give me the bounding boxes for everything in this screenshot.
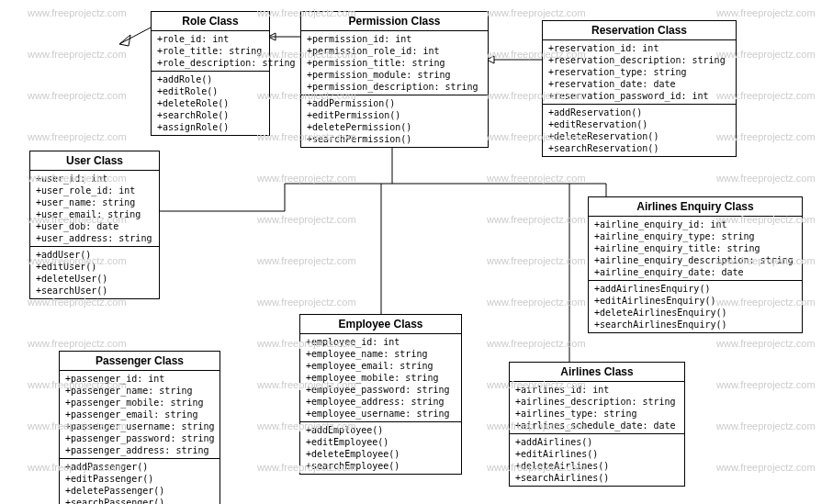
op-row: +deleteAirlinesEnquiry() bbox=[592, 307, 798, 319]
attr-row: +role_description: string bbox=[155, 57, 265, 69]
attr-row: +permission_module: string bbox=[305, 69, 484, 81]
attr-row: +airlines_type: string bbox=[513, 408, 681, 420]
op-row: +deletePermission() bbox=[305, 121, 484, 133]
op-row: +searchPermission() bbox=[305, 133, 484, 145]
attr-row: +airline_enquiry_title: string bbox=[592, 242, 798, 254]
op-row: +deletePassenger() bbox=[63, 485, 216, 497]
op-row: +searchUser() bbox=[34, 285, 155, 297]
ops-airlines: +addAirlines()+editAirlines()+deleteAirl… bbox=[510, 434, 684, 486]
op-row: +editPermission() bbox=[305, 109, 484, 121]
attr-row: +reservation_id: int bbox=[546, 42, 732, 54]
op-row: +editEmployee() bbox=[304, 436, 457, 448]
attr-row: +passenger_name: string bbox=[63, 385, 216, 397]
ops-user: +addUser()+editUser()+deleteUser()+searc… bbox=[30, 247, 159, 298]
watermark: www.freeprojectz.com bbox=[487, 297, 586, 308]
attr-row: +permission_title: string bbox=[305, 57, 484, 69]
ops-employee: +addEmployee()+editEmployee()+deleteEmpl… bbox=[300, 422, 461, 474]
class-employee: Employee Class +employee_id: int+employe… bbox=[299, 314, 462, 475]
attr-row: +airline_enquiry_type: string bbox=[592, 230, 798, 242]
attr-row: +reservation_password_id: int bbox=[546, 90, 732, 102]
op-row: +editUser() bbox=[34, 261, 155, 273]
attr-row: +employee_name: string bbox=[304, 348, 457, 360]
op-row: +searchAirlines() bbox=[513, 472, 681, 484]
watermark: www.freeprojectz.com bbox=[487, 173, 586, 184]
watermark: www.freeprojectz.com bbox=[487, 255, 586, 266]
attrs-enquiry: +airline_enquiry_id: int+airline_enquiry… bbox=[589, 217, 802, 281]
class-title: User Class bbox=[30, 151, 159, 171]
attr-row: +passenger_email: string bbox=[63, 409, 216, 420]
watermark: www.freeprojectz.com bbox=[257, 214, 356, 225]
attr-row: +role_id: int bbox=[155, 33, 265, 45]
op-row: +searchAirlinesEnquiry() bbox=[592, 319, 798, 330]
attr-row: +employee_mobile: string bbox=[304, 372, 457, 384]
op-row: +addEmployee() bbox=[304, 424, 457, 436]
watermark: www.freeprojectz.com bbox=[257, 297, 356, 308]
watermark: www.freeprojectz.com bbox=[257, 255, 356, 266]
attrs-passenger: +passenger_id: int+passenger_name: strin… bbox=[60, 371, 220, 459]
attr-row: +employee_address: string bbox=[304, 396, 457, 408]
watermark: www.freeprojectz.com bbox=[716, 338, 816, 349]
class-title: Passenger Class bbox=[60, 352, 220, 371]
attr-row: +employee_password: string bbox=[304, 384, 457, 396]
op-row: +addPermission() bbox=[305, 97, 484, 109]
watermark: www.freeprojectz.com bbox=[716, 462, 816, 473]
op-row: +addUser() bbox=[34, 249, 155, 261]
class-role: Role Class +role_id: int+role_title: str… bbox=[151, 11, 270, 136]
attr-row: +passenger_id: int bbox=[63, 373, 216, 385]
op-row: +deleteRole() bbox=[155, 97, 265, 109]
attr-row: +employee_email: string bbox=[304, 360, 457, 372]
attr-row: +user_id: int bbox=[34, 173, 155, 185]
ops-passenger: +addPassenger()+editPassenger()+deletePa… bbox=[60, 459, 220, 504]
class-title: Employee Class bbox=[300, 315, 461, 334]
op-row: +addAirlines() bbox=[513, 436, 681, 448]
op-row: +deleteReservation() bbox=[546, 130, 732, 142]
op-row: +deleteEmployee() bbox=[304, 448, 457, 460]
watermark: www.freeprojectz.com bbox=[28, 131, 127, 142]
class-passenger: Passenger Class +passenger_id: int+passe… bbox=[59, 351, 220, 504]
op-row: +deleteAirlines() bbox=[513, 460, 681, 472]
op-row: +addRole() bbox=[155, 73, 265, 85]
watermark: www.freeprojectz.com bbox=[28, 90, 127, 101]
watermark: www.freeprojectz.com bbox=[716, 173, 816, 184]
attr-row: +airlines_id: int bbox=[513, 384, 681, 396]
class-reservation: Reservation Class +reservation_id: int+r… bbox=[542, 20, 737, 157]
attr-row: +user_email: string bbox=[34, 208, 155, 220]
op-row: +editReservation() bbox=[546, 118, 732, 130]
attr-row: +airline_enquiry_date: date bbox=[592, 266, 798, 278]
watermark: www.freeprojectz.com bbox=[716, 379, 816, 390]
attr-row: +role_title: string bbox=[155, 45, 265, 57]
attrs-airlines: +airlines_id: int+airlines_description: … bbox=[510, 382, 684, 434]
class-user: User Class +user_id: int+user_role_id: i… bbox=[29, 151, 160, 299]
attr-row: +employee_id: int bbox=[304, 336, 457, 348]
class-airlines: Airlines Class +airlines_id: int+airline… bbox=[509, 362, 685, 487]
ops-role: +addRole()+editRole()+deleteRole()+searc… bbox=[152, 72, 269, 135]
op-row: +searchRole() bbox=[155, 109, 265, 121]
watermark: www.freeprojectz.com bbox=[716, 7, 816, 18]
class-title: Airlines Enquiry Class bbox=[589, 197, 802, 217]
class-title: Permission Class bbox=[301, 12, 488, 31]
op-row: +searchEmployee() bbox=[304, 460, 457, 472]
attrs-employee: +employee_id: int+employee_name: string+… bbox=[300, 334, 461, 422]
attr-row: +reservation_type: string bbox=[546, 66, 732, 78]
class-title: Role Class bbox=[152, 12, 269, 31]
svg-marker-1 bbox=[119, 35, 130, 46]
attr-row: +user_role_id: int bbox=[34, 185, 155, 196]
ops-enquiry: +addAirlinesEnquiry()+editAirlinesEnquir… bbox=[589, 281, 802, 332]
attrs-user: +user_id: int+user_role_id: int+user_nam… bbox=[30, 171, 159, 247]
attr-row: +permission_description: string bbox=[305, 81, 484, 93]
watermark: www.freeprojectz.com bbox=[28, 338, 127, 349]
watermark: www.freeprojectz.com bbox=[28, 49, 127, 60]
attrs-reservation: +reservation_id: int+reservation_descrip… bbox=[543, 40, 736, 105]
attrs-permission: +permission_id: int+permission_role_id: … bbox=[301, 31, 488, 95]
op-row: +deleteUser() bbox=[34, 273, 155, 285]
ops-reservation: +addReservation()+editReservation()+dele… bbox=[543, 105, 736, 156]
attr-row: +user_dob: date bbox=[34, 220, 155, 232]
class-title: Airlines Class bbox=[510, 363, 684, 382]
op-row: +addReservation() bbox=[546, 106, 732, 118]
attr-row: +airlines_description: string bbox=[513, 396, 681, 408]
attr-row: +reservation_description: string bbox=[546, 54, 732, 66]
attr-row: +employee_username: string bbox=[304, 408, 457, 420]
attr-row: +user_name: string bbox=[34, 196, 155, 208]
attr-row: +passenger_password: string bbox=[63, 432, 216, 444]
attr-row: +passenger_address: string bbox=[63, 444, 216, 456]
